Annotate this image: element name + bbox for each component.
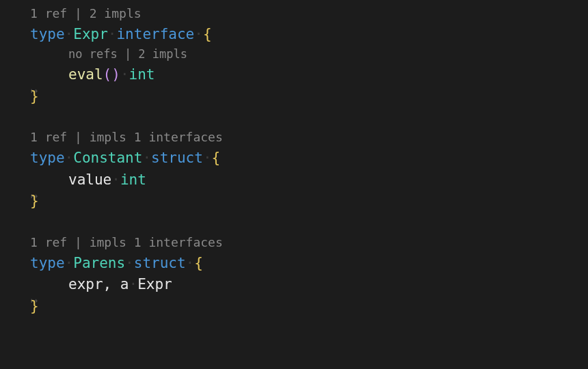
type-block-constant: 1 ref | impls 1 interfaces type·Constant… <box>30 128 588 213</box>
whitespace-dot: · <box>111 172 120 188</box>
type-name-parens: Parens <box>73 255 125 271</box>
whitespace-dot: · <box>186 255 195 271</box>
type-block-expr: 1 ref | 2 impls type·Expr·interface·{ no… <box>30 4 588 107</box>
keyword-type: type <box>30 150 65 166</box>
field-type-int: int <box>120 172 146 188</box>
codelens-parens[interactable]: 1 ref | impls 1 interfaces <box>30 233 588 251</box>
whitespace-dot: · <box>129 276 138 292</box>
whitespace-dot: · <box>194 26 203 42</box>
keyword-type: type <box>30 255 65 271</box>
codelens-constant[interactable]: 1 ref | impls 1 interfaces <box>30 128 588 146</box>
close-line: } <box>30 191 588 213</box>
close-line: } <box>30 86 588 108</box>
close-line: } <box>30 296 588 318</box>
keyword-interface: interface <box>116 26 194 42</box>
whitespace-dot: · <box>65 150 74 166</box>
type-name-expr: Expr <box>73 26 108 42</box>
open-brace: { <box>212 150 221 166</box>
codelens-expr[interactable]: 1 ref | 2 impls <box>30 4 588 23</box>
type-name-constant: Constant <box>73 150 142 166</box>
keyword-struct: struct <box>151 150 203 166</box>
code-editor[interactable]: 1 ref | 2 impls type·Expr·interface·{ no… <box>0 4 588 317</box>
type-block-parens: 1 ref | impls 1 interfaces type·Parens·s… <box>30 233 588 318</box>
field-name-value: value <box>68 172 111 188</box>
method-name-eval: eval <box>68 66 103 83</box>
close-brace: } <box>30 298 39 314</box>
whitespace-dot: · <box>65 26 74 42</box>
whitespace-dot: · <box>108 26 117 42</box>
decl-line-expr: type·Expr·interface·{ <box>30 24 588 46</box>
whitespace-dot: · <box>203 150 212 166</box>
decl-line-constant: type·Constant·struct·{ <box>30 148 588 169</box>
whitespace-dot: · <box>125 255 134 271</box>
open-brace: { <box>203 26 212 42</box>
parens: () <box>103 66 120 83</box>
field-line-value: ↦value·int <box>30 169 588 191</box>
close-brace: } <box>30 193 39 209</box>
decl-line-parens: type·Parens·struct·{ <box>30 253 588 275</box>
field-type-expr: Expr <box>137 276 172 292</box>
member-line-eval: ↦eval()·int <box>30 64 588 86</box>
whitespace-dot: · <box>65 255 74 271</box>
open-brace: { <box>194 255 203 271</box>
field-line-expr: ↦expr, a·Expr <box>30 274 588 296</box>
whitespace-dot: · <box>120 66 129 83</box>
keyword-type: type <box>30 26 65 42</box>
return-type-int: int <box>129 66 155 83</box>
close-brace: } <box>30 88 39 105</box>
field-names-expr-a: expr, a <box>68 276 129 292</box>
keyword-struct: struct <box>134 255 186 271</box>
whitespace-dot: · <box>142 150 151 166</box>
codelens-eval[interactable]: no refs | 2 impls <box>68 46 588 64</box>
